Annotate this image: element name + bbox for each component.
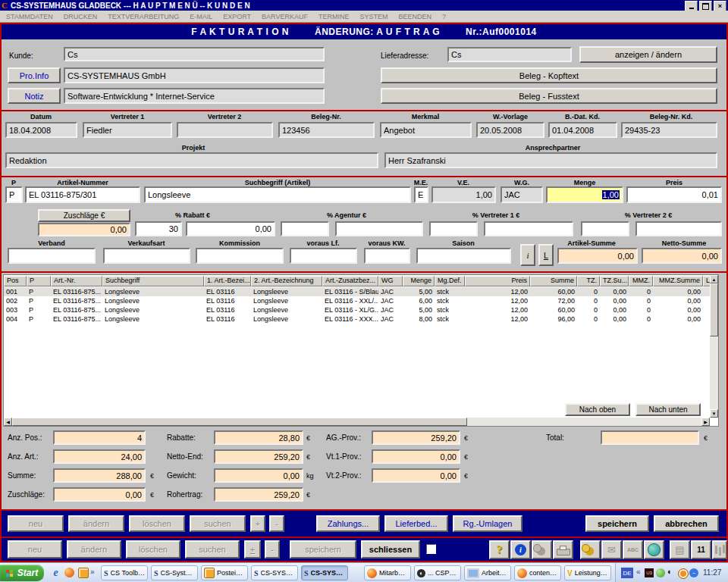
bw-tray-icon[interactable]: ◐	[667, 567, 673, 576]
customer-info-field[interactable]: Software-Entwicklung * Internet-Service	[64, 88, 325, 104]
col-header[interactable]: Suchbegriff	[102, 276, 204, 286]
lieferbed-button[interactable]: Lieferbed...	[384, 515, 448, 532]
l-button[interactable]: L	[538, 244, 554, 266]
scroll-down-icon[interactable]: ▼	[710, 409, 718, 418]
preis-field[interactable]: 0,01	[626, 186, 722, 203]
suchen-button[interactable]: suchen	[190, 515, 246, 532]
vertical-scrollbar[interactable]: ▲ ▼	[710, 275, 718, 418]
verkaufsart-field[interactable]	[103, 248, 190, 264]
scroll-up-icon[interactable]: ▲	[710, 275, 718, 283]
bg-loeschen-button[interactable]: löschen	[126, 540, 180, 559]
menu-help[interactable]: ?	[442, 13, 446, 20]
i-button[interactable]: i	[520, 244, 535, 266]
taskbar-task-cs-toolbox[interactable]: SCS Toolbox	[101, 565, 148, 580]
belegnr-field[interactable]: 123456	[278, 122, 375, 138]
bg-neu-button[interactable]: neu	[8, 540, 62, 559]
menu-email[interactable]: E-MAIL	[190, 13, 212, 20]
abbrechen-button[interactable]: abbrechen	[654, 515, 719, 532]
menge-field[interactable]: 1,00	[546, 186, 623, 203]
menu-drucken[interactable]: DRUCKEN	[64, 13, 98, 20]
p-field[interactable]: P	[5, 186, 23, 203]
saison-field[interactable]	[416, 248, 511, 264]
voraus-lf-field[interactable]	[290, 248, 357, 264]
col-header[interactable]: Art.-Zusatzbez...	[322, 276, 378, 286]
speichern-button[interactable]: speichern	[585, 515, 649, 532]
horizontal-scrollbar[interactable]: ◀ ▶	[4, 418, 710, 426]
agentur-pct-field[interactable]	[281, 221, 329, 236]
me-field[interactable]: E	[414, 186, 428, 203]
info-toolbar-button[interactable]: i	[510, 540, 531, 559]
menu-system[interactable]: SYSTEM	[359, 13, 388, 20]
menu-export[interactable]: EXPORT	[223, 13, 251, 20]
voraus-kw-field[interactable]	[364, 248, 410, 264]
taskbar-task-cs-syste-active[interactable]: SCS-SYSTE...	[301, 565, 348, 580]
zuschlaege-button[interactable]: Zuschläge €	[38, 209, 130, 222]
green-tray-icon[interactable]	[656, 568, 665, 577]
taskbar-task-arbeitsplatz[interactable]: Arbeitsplatz	[464, 565, 511, 580]
kunde-field[interactable]: Cs	[64, 47, 325, 61]
wg-field[interactable]: JAC	[500, 186, 543, 203]
ansprechpartner-field[interactable]: Herr Szafranski	[384, 152, 717, 168]
ve-field[interactable]: 1,00	[431, 186, 496, 203]
taskbar-task-csport[interactable]: ◐... CSPort...	[414, 565, 461, 580]
total-field[interactable]	[601, 430, 699, 445]
help-toolbar-button[interactable]: ?	[489, 540, 510, 559]
wvorlage-field[interactable]: 20.05.2008	[476, 122, 544, 138]
lieferadresse-field[interactable]: Cs	[447, 47, 572, 62]
quicklaunch-firefox-icon[interactable]	[64, 567, 75, 578]
zahlungs-button[interactable]: Zahlungs...	[316, 515, 380, 532]
customer-name-field[interactable]: CS-SYSTEMHAUS GmbH	[64, 67, 325, 83]
datum-field[interactable]: 18.04.2008	[5, 122, 77, 138]
taskbar-task-mitarbeiter[interactable]: Mitarbeite...	[364, 565, 411, 580]
table-row[interactable]: 004PEL 03116-875...LongsleeveEL 03116Lon…	[4, 314, 718, 324]
vertreter2-field[interactable]	[177, 122, 273, 138]
globe-toolbar-button[interactable]	[644, 540, 664, 559]
table-row[interactable]: 001PEL 03116-875...LongsleeveEL 03116Lon…	[4, 287, 718, 296]
zuschlaege-value-field[interactable]: 0,00	[38, 223, 130, 236]
bg-checkbox[interactable]	[426, 544, 436, 554]
bg-aendern-button[interactable]: ändern	[67, 540, 121, 559]
col-header[interactable]: Summe	[530, 276, 577, 286]
loeschen-button[interactable]: löschen	[129, 515, 185, 532]
bg-schliessen-button[interactable]: schliessen	[361, 540, 420, 559]
rg-umlagen-button[interactable]: Rg.-Umlagen	[453, 515, 522, 532]
artikel-summe-field[interactable]: 0,00	[557, 248, 638, 264]
taskbar-task-cs-syste[interactable]: SCS-Syste...	[151, 565, 198, 580]
scroll-right-icon[interactable]: ▶	[701, 418, 710, 426]
projekt-field[interactable]: Redaktion	[5, 152, 378, 168]
merkmal-field[interactable]: Angebot	[380, 122, 472, 138]
col-header[interactable]: Mg.Def.	[435, 276, 465, 286]
scroll-left-icon[interactable]: ◀	[4, 418, 12, 426]
beleg-kopftext-button[interactable]: Beleg - Kopftext	[381, 67, 717, 83]
money-toolbar-button[interactable]	[580, 540, 601, 559]
menu-stammdaten[interactable]: STAMMDATEN	[6, 13, 53, 20]
col-header[interactable]: 2. Art.-Bezeichnung	[251, 276, 322, 286]
kommission-field[interactable]	[196, 248, 284, 264]
vertreter2-pct-field[interactable]	[581, 221, 629, 236]
taskbar-task-contentbild[interactable]: contentbil...	[514, 565, 561, 580]
notes-toolbar-button[interactable]: ▤	[670, 540, 690, 559]
table-row[interactable]: 002PEL 03116-875...LongsleeveEL 03116Lon…	[4, 296, 718, 305]
vertreter1-field[interactable]: Fiedler	[83, 122, 172, 138]
col-header[interactable]: Menge	[403, 276, 435, 286]
mail-toolbar-button[interactable]: ✉	[601, 540, 622, 559]
chart-toolbar-button[interactable]	[712, 540, 727, 559]
coins-toolbar-button[interactable]	[532, 540, 552, 559]
taskbar-task-cs-syste-2[interactable]: SCS-SYSTE...	[251, 565, 298, 580]
print-toolbar-button[interactable]	[553, 540, 573, 559]
quicklaunch-outlook-icon[interactable]	[77, 567, 89, 578]
artikelnummer-field[interactable]: EL 03116-875/301	[25, 186, 140, 203]
netto-summe-field[interactable]: 0,00	[642, 248, 722, 264]
close-button[interactable]: ×	[714, 1, 726, 11]
notiz-button[interactable]: Notiz	[8, 88, 61, 104]
vertreter1-value-field[interactable]	[484, 221, 573, 236]
vertreter1-pct-field[interactable]	[429, 221, 478, 236]
proinfo-button[interactable]: Pro.Info	[8, 67, 61, 83]
bg-suchen-button[interactable]: suchen	[185, 540, 240, 559]
scrollbar-thumb[interactable]	[12, 418, 467, 426]
rabatt-value-field[interactable]: 0,00	[186, 221, 275, 236]
agentur-value-field[interactable]	[335, 221, 423, 236]
quicklaunch-ie-icon[interactable]: e	[50, 567, 61, 578]
bg-plus-button[interactable]: +	[244, 540, 261, 559]
aendern-button[interactable]: ändern	[68, 515, 124, 532]
